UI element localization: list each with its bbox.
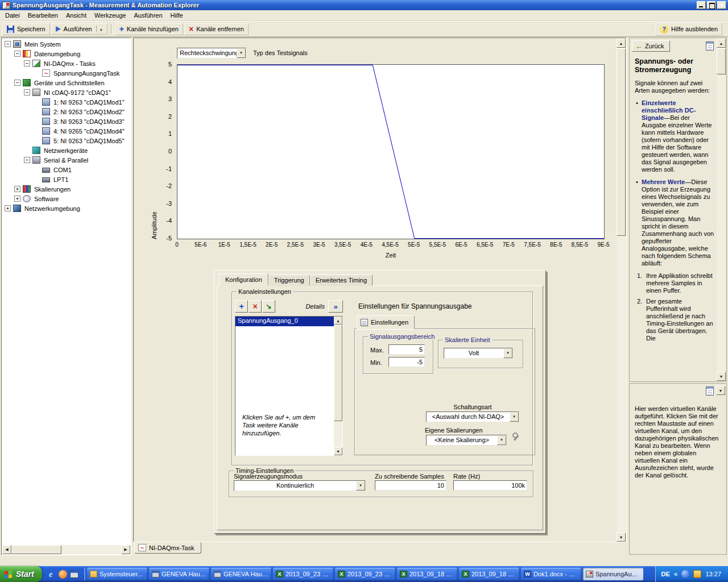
notebook-icon[interactable] (706, 386, 714, 396)
tree-item-label[interactable]: Software (33, 195, 60, 203)
tree-item-label[interactable]: Mein System (23, 40, 62, 48)
tree-item-label[interactable]: 1: NI 9263 "cDAQ1Mod1" (52, 98, 126, 106)
dropdown-arrow-icon[interactable] (503, 348, 512, 358)
tree-item-label[interactable]: 3: NI 9263 "cDAQ1Mod3" (52, 118, 126, 126)
tree-item[interactable]: −NI-DAQmx - Tasks (2, 59, 130, 68)
taskbar-task-button[interactable]: SpannungAu... (583, 568, 643, 580)
collapse-icon[interactable]: − (14, 80, 20, 86)
dropdown-arrow-icon[interactable] (356, 481, 365, 490)
tab-einstellungen[interactable]: Einstellungen (357, 315, 415, 329)
expand-icon[interactable]: + (5, 205, 11, 211)
tray-chevron[interactable]: « (674, 570, 678, 578)
taskbar-task-button[interactable]: X2013_09_18 V... (397, 568, 457, 580)
channel-list-item[interactable]: SpannungAusgang_0 (235, 317, 342, 326)
maximize-button[interactable] (707, 1, 716, 9)
tree-item[interactable]: −Mein System (2, 39, 130, 49)
taskbar-task-button[interactable]: X2013_09_18 V... (459, 568, 519, 580)
main-vertical-scrollbar[interactable] (617, 39, 626, 542)
tree-item-label[interactable]: 5: NI 9263 "cDAQ1Mod5" (52, 137, 126, 145)
tab-triggerung[interactable]: Triggerung (268, 275, 310, 286)
tree-item[interactable]: −Serial & Parallel (2, 155, 130, 165)
start-button[interactable]: Start (0, 566, 42, 582)
scroll-up-button[interactable] (334, 317, 342, 325)
wiring-select[interactable]: <Auswahl durch NI-DAQ> (426, 411, 519, 422)
menu-ansicht[interactable]: Ansicht (62, 11, 90, 20)
collapse-icon[interactable]: − (24, 157, 30, 163)
samples-input[interactable] (375, 480, 446, 490)
taskbar-task-button[interactable]: GENEVA Haup... (149, 568, 209, 580)
scrollbar-thumb[interactable] (717, 48, 726, 74)
tree-item-label[interactable]: Netzwerkgeräte (43, 147, 89, 155)
collapse-icon[interactable]: − (5, 41, 11, 47)
tree-item[interactable]: 1: NI 9263 "cDAQ1Mod1" (2, 97, 130, 107)
tree-item[interactable]: −Geräte und Schnittstellen (2, 78, 130, 88)
tree-item-label[interactable]: SpannungAusgangTask (52, 69, 121, 77)
tray-icon-network[interactable] (681, 570, 689, 578)
internet-explorer-icon[interactable]: e (46, 569, 56, 579)
tree-item[interactable]: LPT1 (2, 174, 130, 184)
custom-scale-select[interactable]: <Keine Skalierung> (426, 435, 507, 446)
dropdown-arrow-icon[interactable] (237, 48, 246, 58)
notebook-icon[interactable] (706, 41, 714, 51)
tree-item-label[interactable]: COM1 (52, 166, 73, 174)
tab-konfiguration[interactable]: Konfiguration (219, 273, 268, 286)
scrollbar-thumb[interactable] (617, 48, 626, 236)
tree-item-label[interactable]: 4: NI 9265 "cDAQ1Mod4" (52, 127, 126, 135)
tree-item-label[interactable]: Netzwerkumgebung (23, 205, 81, 213)
add-channels-button[interactable]: Kanäle hinzufügen (115, 23, 183, 35)
remove-channels-button[interactable]: Kanäle entfernen (184, 23, 249, 35)
back-button[interactable]: Zurück (632, 40, 670, 52)
remove-channel-button[interactable] (249, 300, 262, 313)
tree-item[interactable]: +Netzwerkumgebung (2, 203, 130, 213)
scroll-down-button[interactable] (717, 372, 726, 381)
taskbar-task-button[interactable]: GENEVA Haup... (211, 568, 271, 580)
tree-item[interactable]: Netzwerkgeräte (2, 146, 130, 155)
menu-hilfe[interactable]: Hilfe (167, 11, 187, 20)
tree-item[interactable]: COM1 (2, 165, 130, 174)
language-indicator[interactable]: DE (661, 571, 670, 577)
tree-item-label[interactable]: NI-DAQmx - Tasks (43, 60, 97, 68)
dropdown-arrow-icon[interactable] (510, 412, 519, 422)
run-dropdown-arrow-icon[interactable] (96, 26, 103, 32)
hide-help-button[interactable]: Hilfe ausblenden (655, 23, 722, 36)
taskbar-task-button[interactable]: X2013_09_23 V... (335, 568, 395, 580)
rate-input[interactable] (453, 480, 527, 490)
collapse-icon[interactable]: − (24, 89, 30, 95)
tree-item-label[interactable]: LPT1 (52, 176, 69, 184)
scroll-up-button[interactable] (717, 39, 726, 48)
generation-mode-select[interactable]: Kontinuierlich (234, 480, 366, 491)
details-expand-button[interactable] (328, 300, 343, 313)
scroll-up-button[interactable] (617, 39, 626, 48)
tree-item-label[interactable]: NI cDAQ-9172 "cDAQ1" (43, 89, 112, 97)
min-input[interactable] (388, 357, 425, 367)
help-scrollbar[interactable] (717, 39, 726, 381)
tree-item[interactable]: 2: NI 9263 "cDAQ1Mod2" (2, 107, 130, 117)
menu-ausfhren[interactable]: Ausführen (130, 11, 166, 20)
scroll-down-button[interactable] (617, 533, 626, 542)
taskbar-task-button[interactable]: Systemsteuer... (87, 568, 147, 580)
wrench-icon[interactable] (511, 433, 521, 443)
expand-icon[interactable]: + (14, 196, 20, 202)
scroll-down-button[interactable] (716, 386, 725, 395)
change-physical-channel-button[interactable] (262, 300, 275, 313)
taskbar-task-button[interactable]: X2013_09_23 V... (273, 568, 333, 580)
signal-type-select[interactable]: Rechteckschwingung (177, 48, 246, 59)
tree-item[interactable]: −NI cDAQ-9172 "cDAQ1" (2, 88, 130, 97)
unit-select[interactable]: Volt (444, 348, 513, 359)
tray-icon-updates[interactable] (693, 570, 701, 578)
run-button[interactable]: Ausführen (51, 23, 107, 35)
taskbar-task-button[interactable]: WDok1.docx - M... (521, 568, 581, 580)
save-button[interactable]: Speichern (2, 23, 50, 35)
tree-item-label[interactable]: Serial & Parallel (43, 156, 89, 164)
tab-nidaqmx-task[interactable]: NI-DAQmx-Task (134, 542, 201, 554)
menu-werkzeuge[interactable]: Werkzeuge (90, 11, 130, 20)
close-button[interactable] (717, 1, 726, 9)
collapse-icon[interactable]: − (24, 60, 30, 66)
tree-horizontal-scrollbar[interactable] (2, 545, 130, 554)
menu-bearbeiten[interactable]: Bearbeiten (24, 11, 62, 20)
scrollbar-thumb[interactable] (11, 545, 61, 554)
firefox-icon[interactable] (59, 570, 67, 579)
channel-list-scrollbar[interactable] (334, 317, 342, 455)
tree-item-label[interactable]: Datenumgebung (33, 50, 81, 58)
scroll-right-button[interactable] (121, 545, 130, 554)
